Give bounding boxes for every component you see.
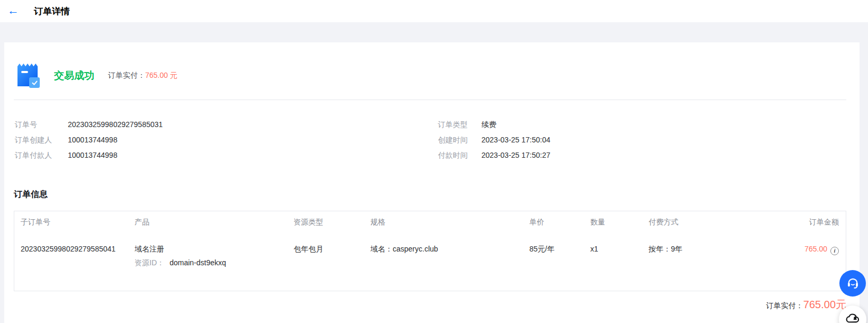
order-fields-right: 订单类型 续费 创建时间 2023-03-25 17:50:04 付款时间 20…	[431, 119, 847, 165]
order-detail-screen: ← 订单详情 交易成功 订单实付： 765.00 元 订单号 202303259…	[0, 0, 868, 323]
field-order-type: 订单类型 续费	[438, 119, 847, 130]
field-value: 续费	[482, 119, 497, 130]
headset-icon	[846, 275, 860, 292]
receipt-success-icon	[17, 64, 40, 88]
col-resource-type: 资源类型	[287, 211, 364, 233]
col-billing-mode: 付费方式	[642, 211, 746, 233]
cell-sub-order-id: 20230325998029279585041	[14, 233, 128, 291]
cell-billing-mode: 按年：9年	[642, 233, 746, 291]
field-label: 订单类型	[438, 119, 482, 130]
field-label: 创建时间	[438, 134, 482, 145]
field-label: 付款时间	[438, 150, 482, 160]
cell-spec: 域名：casperyc.club	[364, 233, 523, 291]
col-quantity: 数量	[584, 211, 642, 233]
info-icon[interactable]: i	[830, 247, 839, 255]
cell-unit-price: 85元/年	[523, 233, 584, 291]
resource-id-line: 资源ID： domain-dst9ekxq	[135, 258, 287, 268]
col-amount: 订单金额	[746, 211, 846, 233]
order-fields-left: 订单号 20230325998029279585031 订单创建人 100013…	[15, 119, 431, 165]
field-value: 2023-03-25 17:50:27	[482, 150, 551, 160]
paid-amount: 765.00 元	[145, 71, 178, 80]
total-label: 订单实付：	[766, 301, 803, 310]
field-value: 100013744998	[68, 134, 117, 145]
field-create-time: 创建时间 2023-03-25 17:50:04	[438, 134, 847, 145]
col-spec: 规格	[364, 211, 523, 233]
transaction-status-row: 交易成功 订单实付： 765.00 元	[17, 64, 860, 88]
order-total-line: 订单实付：765.00元	[4, 298, 846, 312]
cloud-bell-icon	[845, 311, 860, 323]
field-order-payer: 订单付款人 100013744998	[15, 150, 431, 160]
product-name: 域名注册	[135, 245, 287, 254]
status-title: 交易成功	[54, 69, 94, 83]
divider	[14, 100, 846, 100]
order-info-section-title: 订单信息	[14, 189, 860, 200]
field-value: 100013744998	[68, 150, 117, 160]
cell-product: 域名注册 资源ID： domain-dst9ekxq	[128, 233, 287, 291]
order-fields: 订单号 20230325998029279585031 订单创建人 100013…	[15, 119, 846, 165]
field-label: 订单付款人	[15, 150, 68, 160]
cell-amount: 765.00i	[746, 233, 846, 291]
col-product: 产品	[128, 211, 287, 233]
back-arrow-icon[interactable]: ←	[7, 5, 19, 16]
resource-id-label: 资源ID：	[135, 258, 164, 267]
field-value: 20230325998029279585031	[68, 119, 163, 130]
customer-service-button[interactable]	[839, 270, 866, 297]
field-order-id: 订单号 20230325998029279585031	[15, 119, 431, 130]
order-table: 子订单号 产品 资源类型 规格 单价 数量 付费方式 订单金额 20230325…	[14, 211, 846, 291]
field-label: 订单创建人	[15, 134, 68, 145]
field-pay-time: 付款时间 2023-03-25 17:50:27	[438, 150, 847, 160]
amount-value: 765.00	[804, 245, 827, 253]
page-title: 订单详情	[34, 5, 70, 17]
field-order-creator: 订单创建人 100013744998	[15, 134, 431, 145]
table-header-row: 子订单号 产品 资源类型 规格 单价 数量 付费方式 订单金额	[14, 211, 846, 233]
order-detail-card: 交易成功 订单实付： 765.00 元 订单号 2023032599802927…	[4, 42, 860, 323]
cell-resource-type: 包年包月	[287, 233, 364, 291]
cell-quantity: x1	[584, 233, 642, 291]
paid-label: 订单实付：	[108, 71, 145, 80]
col-sub-order-id: 子订单号	[14, 211, 128, 233]
field-label: 订单号	[15, 119, 68, 130]
table-row: 20230325998029279585041 域名注册 资源ID： domai…	[14, 233, 846, 291]
total-amount: 765.00元	[803, 299, 846, 310]
resource-id-value: domain-dst9ekxq	[170, 258, 226, 267]
top-bar: ← 订单详情	[0, 0, 868, 22]
col-unit-price: 单价	[523, 211, 584, 233]
field-value: 2023-03-25 17:50:04	[482, 134, 551, 145]
checkmark-icon	[29, 77, 40, 88]
